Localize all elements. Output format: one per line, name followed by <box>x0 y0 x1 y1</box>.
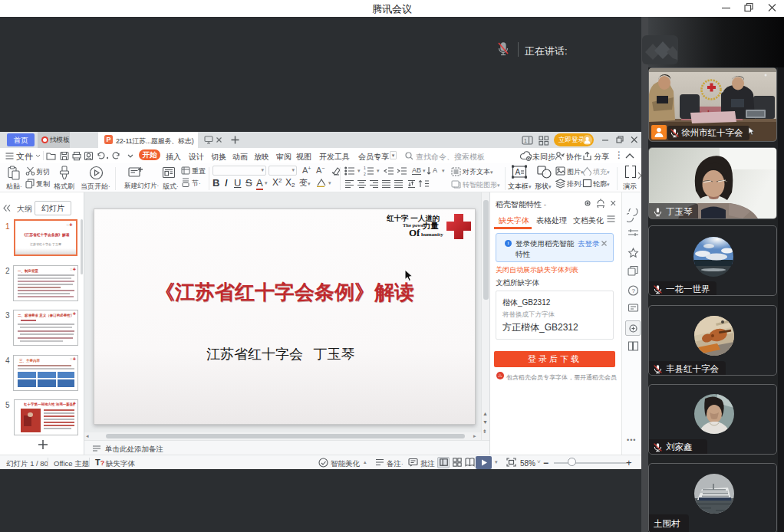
svg-text:2: 2 <box>364 172 366 176</box>
svg-text:A: A <box>516 168 521 176</box>
svg-text:?: ? <box>632 287 636 294</box>
svg-text:1: 1 <box>524 138 527 143</box>
svg-text:A: A <box>433 166 437 174</box>
svg-text:1: 1 <box>364 166 366 170</box>
